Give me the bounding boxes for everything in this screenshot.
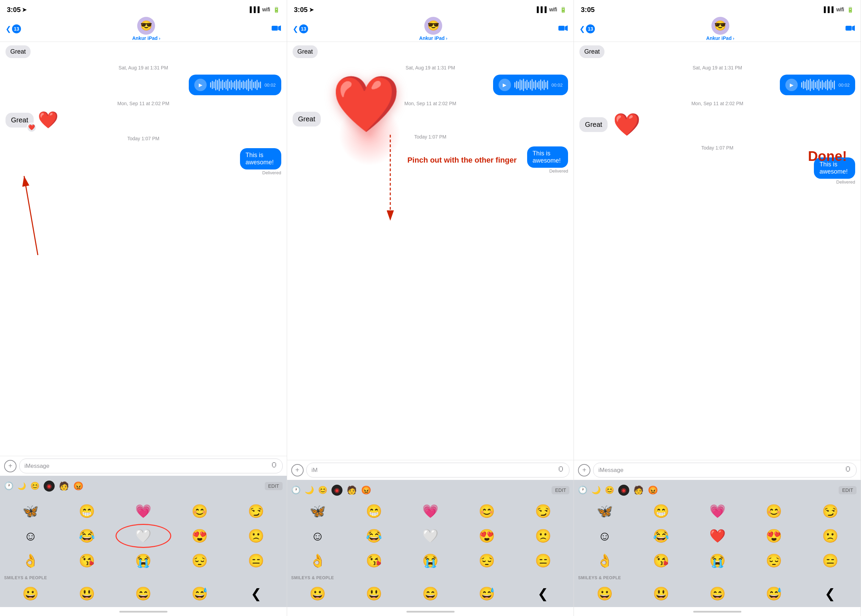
emoji-whiteheart-1[interactable]: 🤍 xyxy=(115,524,171,548)
emoji-smile-1[interactable]: 😊 xyxy=(172,499,228,523)
emoji-heartpink-3[interactable]: 💗 xyxy=(689,499,745,523)
emoji-joy-1[interactable]: 😂 xyxy=(59,524,115,548)
emoji-expressionless-3[interactable]: 😑 xyxy=(802,548,858,573)
voice-bubble-3[interactable]: ▶ 00:02 xyxy=(780,75,855,95)
emoji-grin-2[interactable]: 😁 xyxy=(346,499,402,523)
recent-icon-3[interactable]: 🕐 xyxy=(578,486,587,495)
edit-button-3[interactable]: EDIT xyxy=(839,486,856,494)
smiley-tab-icon-1[interactable]: 😊 xyxy=(30,482,39,490)
emoji-pensive-2[interactable]: 😔 xyxy=(459,548,515,573)
emoji-kiss-1[interactable]: 😘 xyxy=(59,548,115,573)
nature-icon-3[interactable]: 🌙 xyxy=(592,486,601,495)
back-button-1[interactable]: ❮ 13 xyxy=(5,24,21,33)
emoji-ok-1[interactable]: 👌 xyxy=(3,548,58,573)
people-sticker-3[interactable]: 🧑 xyxy=(633,486,644,495)
emoji-smirk-1[interactable]: 😏 xyxy=(228,499,284,523)
plus-button-1[interactable]: + xyxy=(4,460,16,472)
emoji-grin-1[interactable]: 😁 xyxy=(59,499,115,523)
emoji-butterfly-1[interactable]: 🦋 xyxy=(3,499,58,523)
emoji-smile-2[interactable]: 😊 xyxy=(459,499,515,523)
emoji-slightly-frown-1[interactable]: 🙁 xyxy=(228,524,284,548)
emoji-heartface-2[interactable]: 😍 xyxy=(459,524,515,548)
emoji-smirk-3[interactable]: 😏 xyxy=(802,499,858,523)
emoji-blush-1[interactable]: ☺️ xyxy=(3,524,58,548)
emoji-smile-3[interactable]: 😊 xyxy=(746,499,801,523)
emoji-extra-2-3[interactable]: 😄 xyxy=(403,581,458,606)
emoji-kiss-2[interactable]: 😘 xyxy=(346,548,402,573)
plus-button-3[interactable]: + xyxy=(578,464,590,476)
video-button-1[interactable] xyxy=(272,24,281,34)
emoji-kiss-3[interactable]: 😘 xyxy=(633,548,689,573)
face-sticker-3[interactable]: 😡 xyxy=(648,486,658,495)
emoji-heartpink-1[interactable]: 💗 xyxy=(115,499,171,523)
emoji-extra-2-2[interactable]: 😃 xyxy=(346,581,402,606)
emoji-butterfly-3[interactable]: 🦋 xyxy=(577,499,632,523)
emoji-pensive-3[interactable]: 😔 xyxy=(746,548,801,573)
face-sticker-2[interactable]: 😡 xyxy=(361,486,371,495)
emoji-extra-3-5[interactable]: ❮ xyxy=(802,581,858,606)
smiley-tab-icon-3[interactable]: 😊 xyxy=(605,486,614,495)
nature-icon-2[interactable]: 🌙 xyxy=(305,486,314,495)
imessage-input-1[interactable]: iMessage xyxy=(19,459,283,473)
emoji-joy-3[interactable]: 😂 xyxy=(633,524,689,548)
voice-bubble-2[interactable]: ▶ 00:02 xyxy=(493,75,568,95)
disk-icon-3[interactable]: ◉ xyxy=(618,485,629,496)
imessage-input-3[interactable]: iMessage xyxy=(593,463,856,478)
play-button-2[interactable]: ▶ xyxy=(499,79,511,91)
imessage-input-2[interactable]: iM xyxy=(306,463,570,478)
back-button-3[interactable]: ❮ 13 xyxy=(579,24,595,33)
face-sticker-1[interactable]: 😡 xyxy=(73,481,83,491)
emoji-joy-2[interactable]: 😂 xyxy=(346,524,402,548)
emoji-ok-3[interactable]: 👌 xyxy=(577,548,632,573)
emoji-extra-2-1[interactable]: 😀 xyxy=(290,581,346,606)
emoji-redheart-3[interactable]: ❤️ xyxy=(689,524,745,548)
emoji-extra-1-3[interactable]: 😄 xyxy=(115,581,171,606)
emoji-heartpink-2[interactable]: 💗 xyxy=(403,499,458,523)
disk-icon-2[interactable]: ◉ xyxy=(332,485,343,496)
emoji-ok-2[interactable]: 👌 xyxy=(290,548,346,573)
emoji-cry-2[interactable]: 😭 xyxy=(403,548,458,573)
contact-name-3[interactable]: Ankur iPad › xyxy=(706,35,735,41)
people-sticker-1[interactable]: 🧑 xyxy=(59,481,69,491)
emoji-whiteheart-2[interactable]: 🤍 xyxy=(403,524,458,548)
emoji-extra-2-4[interactable]: 😅 xyxy=(459,581,515,606)
emoji-extra-1-5[interactable]: ❮ xyxy=(228,581,284,606)
recent-icon-2[interactable]: 🕐 xyxy=(291,486,301,495)
contact-name-1[interactable]: Ankur iPad › xyxy=(132,35,160,41)
emoji-extra-1-4[interactable]: 😅 xyxy=(172,581,228,606)
emoji-smirk-2[interactable]: 😏 xyxy=(515,499,571,523)
plus-button-2[interactable]: + xyxy=(291,464,304,476)
emoji-blush-3[interactable]: ☺️ xyxy=(577,524,632,548)
emoji-pensive-1[interactable]: 😔 xyxy=(172,548,228,573)
emoji-extra-3-2[interactable]: 😃 xyxy=(633,581,689,606)
edit-button-2[interactable]: EDIT xyxy=(551,486,570,494)
people-sticker-2[interactable]: 🧑 xyxy=(346,486,357,495)
emoji-extra-1-2[interactable]: 😃 xyxy=(59,581,115,606)
emoji-heartface-1[interactable]: 😍 xyxy=(172,524,228,548)
video-button-2[interactable] xyxy=(559,24,568,34)
edit-button-1[interactable]: EDIT xyxy=(265,482,283,490)
emoji-cry-1[interactable]: 😭 xyxy=(115,548,171,573)
emoji-cry-3[interactable]: 😭 xyxy=(689,548,745,573)
emoji-extra-3-4[interactable]: 😅 xyxy=(746,581,801,606)
emoji-slightly-frown-3[interactable]: 🙁 xyxy=(802,524,858,548)
nature-icon-1[interactable]: 🌙 xyxy=(17,482,26,490)
emoji-extra-2-5[interactable]: ❮ xyxy=(515,581,571,606)
video-button-3[interactable] xyxy=(845,24,855,34)
voice-bubble-1[interactable]: ▶ 00:02 xyxy=(189,75,281,95)
recent-icon-1[interactable]: 🕐 xyxy=(4,482,13,490)
emoji-extra-3-1[interactable]: 😀 xyxy=(577,581,632,606)
play-button-3[interactable]: ▶ xyxy=(785,79,798,91)
play-button-1[interactable]: ▶ xyxy=(194,79,207,91)
emoji-expressionless-2[interactable]: 😑 xyxy=(515,548,571,573)
back-button-2[interactable]: ❮ 13 xyxy=(293,24,308,33)
disk-icon-1[interactable]: ◉ xyxy=(44,481,55,492)
contact-name-2[interactable]: Ankur iPad › xyxy=(419,35,447,41)
emoji-blush-2[interactable]: ☺️ xyxy=(290,524,346,548)
smiley-tab-icon-2[interactable]: 😊 xyxy=(318,486,327,495)
emoji-butterfly-2[interactable]: 🦋 xyxy=(290,499,346,523)
emoji-heartface-3[interactable]: 😍 xyxy=(746,524,801,548)
emoji-extra-3-3[interactable]: 😄 xyxy=(689,581,745,606)
emoji-grin-3[interactable]: 😁 xyxy=(633,499,689,523)
emoji-extra-1-1[interactable]: 😀 xyxy=(3,581,58,606)
